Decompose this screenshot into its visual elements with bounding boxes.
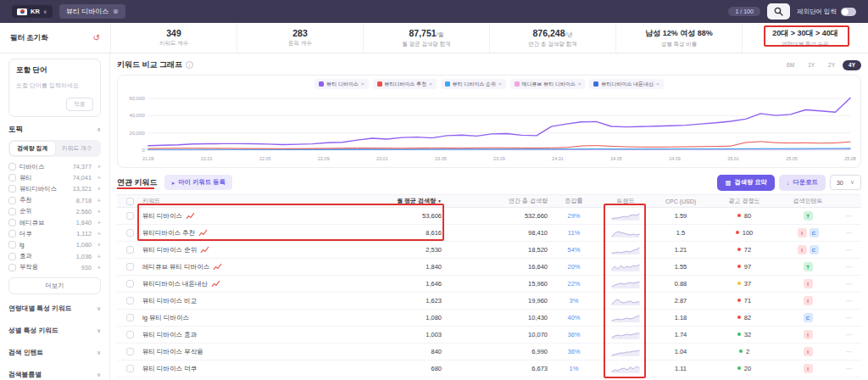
legend-chip[interactable]: 뷰티 디바이스 순위× bbox=[441, 79, 506, 89]
plus-icon[interactable]: + bbox=[95, 219, 101, 226]
keyword-cell[interactable]: 뷰티 디바이스 더쿠 bbox=[142, 365, 348, 373]
filter-accordion-검색볼륨별[interactable]: 검색볼륨별∨ bbox=[8, 364, 101, 380]
register-my-keyword-button[interactable]: ➤ 마이 키워드 등록 bbox=[164, 175, 232, 190]
row-more-button[interactable]: ⋯ bbox=[837, 229, 861, 237]
topic-item[interactable]: 효과1,036+ bbox=[8, 251, 101, 262]
country-selector[interactable]: KR ∨ bbox=[12, 5, 53, 18]
row-checkbox[interactable] bbox=[126, 280, 134, 288]
mini-chart-icon[interactable] bbox=[213, 263, 222, 271]
topic-item[interactable]: 추천8,718+ bbox=[8, 195, 101, 206]
download-button[interactable]: ↓ 다운로드 bbox=[779, 175, 826, 191]
keyword-cell[interactable]: 뷰티 디바이스 bbox=[142, 212, 348, 221]
trend-cell[interactable] bbox=[600, 313, 651, 323]
checkbox[interactable] bbox=[8, 185, 16, 193]
row-more-button[interactable]: ⋯ bbox=[837, 246, 861, 254]
checkbox[interactable] bbox=[8, 264, 16, 271]
legend-remove-icon[interactable]: × bbox=[578, 81, 581, 87]
topic-item[interactable]: 뷰티디바이스13,321+ bbox=[8, 183, 101, 194]
topic-item[interactable]: 디바이스74,377+ bbox=[8, 161, 101, 172]
row-more-button[interactable]: ⋯ bbox=[837, 365, 861, 372]
volume-summary-button[interactable]: ▦ 검색량 요약 bbox=[717, 175, 774, 191]
trend-cell[interactable] bbox=[600, 330, 651, 340]
row-checkbox[interactable] bbox=[126, 348, 134, 355]
column-search-intent[interactable]: 검색인텐트 bbox=[778, 197, 837, 205]
table-row[interactable]: 뷰티디바이스 내돈내산1,64615,96022%0.8837I⋯ bbox=[117, 276, 861, 293]
column-keyword[interactable]: 키워드 bbox=[142, 197, 348, 205]
plus-icon[interactable]: + bbox=[95, 197, 101, 204]
table-row[interactable]: 뷰티 디바이스53,606532,66029%1.5980T⋯ bbox=[117, 208, 861, 225]
trend-cell[interactable] bbox=[600, 262, 651, 272]
select-all-checkbox[interactable] bbox=[126, 198, 134, 205]
checkbox[interactable] bbox=[8, 253, 16, 260]
exclude-words-toggle[interactable] bbox=[841, 8, 856, 16]
plus-icon[interactable]: + bbox=[95, 230, 101, 238]
table-row[interactable]: 뷰티 디바이스 순위2,53018,52054%1.2172IC⋯ bbox=[117, 242, 861, 259]
column-ad-competition[interactable]: 광고 경쟁도 bbox=[710, 197, 778, 205]
range-button-6M[interactable]: 6M bbox=[781, 60, 800, 70]
legend-chip[interactable]: 뷰티디바이스 내돈내산× bbox=[589, 79, 663, 89]
checkbox[interactable] bbox=[8, 230, 16, 238]
row-more-button[interactable]: ⋯ bbox=[837, 314, 861, 321]
column-monthly-volume[interactable]: 월 평균 검색량▼ bbox=[348, 197, 442, 205]
topic-item[interactable]: 메디큐브1,840+ bbox=[8, 217, 101, 228]
legend-chip[interactable]: 뷰티디바이스 추천× bbox=[373, 79, 437, 89]
row-more-button[interactable]: ⋯ bbox=[837, 331, 861, 338]
filter-accordion-검색 인텐트[interactable]: 검색 인텐트∨ bbox=[8, 342, 101, 364]
checkbox[interactable] bbox=[8, 163, 16, 170]
plus-icon[interactable]: + bbox=[95, 264, 101, 271]
keyword-cell[interactable]: lg 뷰티 디바이스 bbox=[142, 314, 348, 322]
keyword-comparison-chart[interactable]: 020,00040,00060,00021.0922.0122.0522.092… bbox=[120, 89, 859, 167]
row-checkbox[interactable] bbox=[126, 246, 134, 254]
table-row[interactable]: 뷰티 디바이스 부작용8406,99036%1.042I⋯ bbox=[117, 344, 861, 360]
filter-accordion-성별 특성 키워드[interactable]: 성별 특성 키워드∨ bbox=[8, 320, 101, 342]
topic-tab[interactable]: 키워드 개수 bbox=[55, 142, 100, 155]
table-row[interactable]: 뷰티디바이스 추천8,61698,41011%1.5100IC⋯ bbox=[117, 225, 861, 242]
checkbox[interactable] bbox=[8, 208, 16, 215]
range-button-1Y[interactable]: 1Y bbox=[802, 60, 821, 70]
legend-remove-icon[interactable]: × bbox=[498, 81, 502, 87]
row-more-button[interactable]: ⋯ bbox=[837, 297, 861, 305]
apply-button[interactable]: 적용 bbox=[66, 98, 93, 111]
row-more-button[interactable]: ⋯ bbox=[837, 348, 861, 355]
checkbox[interactable] bbox=[8, 197, 16, 204]
row-more-button[interactable]: ⋯ bbox=[837, 280, 861, 288]
trend-cell[interactable] bbox=[600, 296, 651, 306]
keyword-cell[interactable]: 뷰티디바이스 추천 bbox=[142, 229, 348, 238]
trend-cell[interactable] bbox=[600, 211, 651, 221]
table-row[interactable]: lg 뷰티 디바이스1,08010,43040%1.1882C⋯ bbox=[117, 310, 861, 327]
trend-cell[interactable] bbox=[600, 245, 651, 255]
row-more-button[interactable]: ⋯ bbox=[837, 212, 861, 220]
topic-item[interactable]: 뷰티74,041+ bbox=[8, 172, 101, 183]
row-checkbox[interactable] bbox=[126, 229, 134, 237]
topic-item[interactable]: lg1,080+ bbox=[8, 239, 101, 250]
filter-reset[interactable]: 필터 초기화 ↺ bbox=[0, 23, 110, 53]
row-checkbox[interactable] bbox=[126, 365, 134, 372]
plus-icon[interactable]: + bbox=[95, 253, 101, 260]
column-trend[interactable]: 트렌드 bbox=[600, 197, 651, 205]
trend-cell[interactable] bbox=[600, 347, 651, 357]
range-button-4Y[interactable]: 4Y bbox=[843, 60, 861, 70]
mini-chart-icon[interactable] bbox=[200, 246, 209, 254]
search-keyword-chip[interactable]: 뷰티 디바이스 ⊗ bbox=[59, 4, 125, 19]
range-button-2Y[interactable]: 2Y bbox=[822, 60, 841, 70]
topic-section-header[interactable]: 토픽 ∧ bbox=[8, 125, 101, 135]
plus-icon[interactable]: + bbox=[95, 241, 101, 249]
column-yearly-volume[interactable]: 연간 총 검색량 bbox=[442, 197, 548, 205]
trend-cell[interactable] bbox=[600, 228, 651, 238]
trend-cell[interactable] bbox=[600, 364, 651, 374]
remove-keyword-icon[interactable]: ⊗ bbox=[113, 8, 119, 15]
keyword-cell[interactable]: 뷰티디바이스 내돈내산 bbox=[142, 280, 348, 288]
legend-remove-icon[interactable]: × bbox=[361, 81, 364, 87]
table-row[interactable]: 뷰티 디바이스 효과1,00310,07036%1.7432I⋯ bbox=[117, 327, 861, 344]
legend-chip[interactable]: 뷰티 디바이스× bbox=[314, 79, 368, 89]
topic-tab[interactable]: 검색량 집계 bbox=[10, 142, 55, 155]
keyword-cell[interactable]: 뷰티 디바이스 부작용 bbox=[142, 348, 348, 356]
reset-icon[interactable]: ↺ bbox=[93, 33, 100, 42]
include-words-input[interactable] bbox=[16, 82, 93, 88]
plus-icon[interactable]: + bbox=[95, 185, 101, 193]
mini-chart-icon[interactable] bbox=[198, 229, 208, 237]
trend-cell[interactable] bbox=[600, 279, 651, 289]
checkbox[interactable] bbox=[8, 174, 16, 182]
row-checkbox[interactable] bbox=[126, 331, 134, 338]
legend-remove-icon[interactable]: × bbox=[656, 81, 659, 87]
